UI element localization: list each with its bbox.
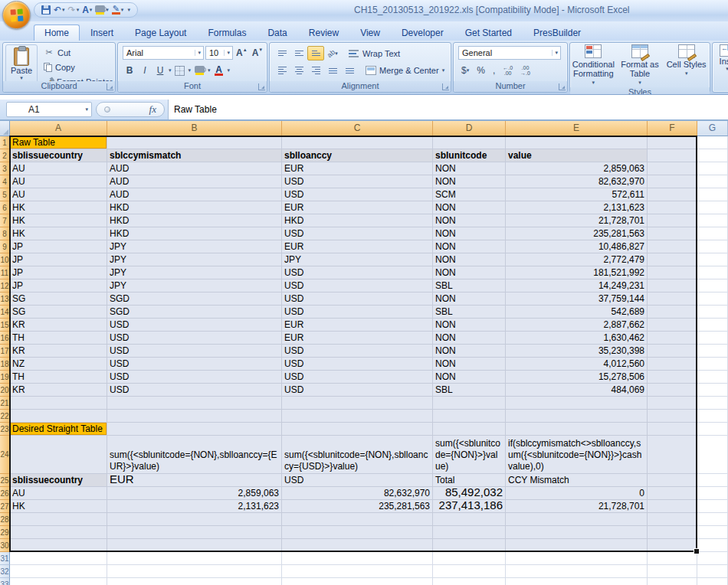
cell-A3[interactable]: AU xyxy=(10,162,107,175)
decrease-indent-button[interactable] xyxy=(324,64,341,78)
cell-B20[interactable]: USD xyxy=(107,384,282,397)
cell-C3[interactable]: EUR xyxy=(282,162,433,175)
tab-review[interactable]: Review xyxy=(298,25,349,41)
cell-D18[interactable]: NON xyxy=(433,358,506,371)
cell-G25[interactable] xyxy=(697,474,728,487)
cell-G17[interactable] xyxy=(697,345,728,358)
cell-D31[interactable] xyxy=(433,552,506,565)
cell-B2[interactable]: sblccymismatch xyxy=(107,149,282,162)
tab-presbuilder[interactable]: PresBuilder xyxy=(523,25,592,41)
cell-D3[interactable]: NON xyxy=(433,162,506,175)
cell-F29[interactable] xyxy=(648,526,697,539)
cell-C32[interactable] xyxy=(282,565,433,578)
cell-D7[interactable]: NON xyxy=(433,214,506,227)
cell-E21[interactable] xyxy=(506,397,648,410)
cell-E25[interactable]: CCY Mismatch xyxy=(506,474,648,487)
cell-C21[interactable] xyxy=(282,397,433,410)
cell-C33[interactable] xyxy=(282,578,433,585)
tab-formulas[interactable]: Formulas xyxy=(197,25,257,41)
column-header-G[interactable]: G xyxy=(697,121,728,136)
cell-B23[interactable] xyxy=(107,423,282,436)
row-header-14[interactable]: 14 xyxy=(0,306,10,319)
number-dialog-launcher[interactable] xyxy=(559,83,566,90)
cell-E5[interactable]: 572,611 xyxy=(506,188,648,201)
cell-D21[interactable] xyxy=(433,397,506,410)
cell-G4[interactable] xyxy=(697,175,728,188)
underline-dropdown-icon[interactable]: ▾ xyxy=(169,67,172,74)
cell-B27[interactable]: 2,131,623 xyxy=(107,500,282,513)
cell-G11[interactable] xyxy=(697,266,728,279)
cell-G31[interactable] xyxy=(697,552,728,565)
cell-G14[interactable] xyxy=(697,306,728,319)
cell-E28[interactable] xyxy=(506,513,648,526)
cell-C30[interactable] xyxy=(282,539,433,552)
cell-E2[interactable]: value xyxy=(506,149,648,162)
office-button[interactable] xyxy=(2,1,31,29)
cell-D24[interactable]: sum({<sblunitcode={NON}>}value) xyxy=(433,436,506,474)
cell-B13[interactable]: SGD xyxy=(107,292,282,306)
cell-G21[interactable] xyxy=(697,397,728,410)
cell-A32[interactable] xyxy=(10,565,107,578)
cell-C6[interactable]: EUR xyxy=(282,201,433,214)
cell-E22[interactable] xyxy=(506,410,648,423)
cell-F18[interactable] xyxy=(648,358,697,371)
paste-dropdown-icon[interactable]: ▾ xyxy=(20,75,23,81)
cell-F28[interactable] xyxy=(648,513,697,526)
cell-A23[interactable]: Desired Straight Table xyxy=(10,423,107,436)
cell-A29[interactable] xyxy=(10,526,107,539)
bottom-align-button[interactable] xyxy=(307,46,324,60)
cell-A9[interactable]: JP xyxy=(10,240,107,253)
cell-B17[interactable]: USD xyxy=(107,345,282,358)
cell-F17[interactable] xyxy=(648,345,697,358)
name-box-dropdown-icon[interactable]: ▾ xyxy=(82,106,91,113)
cell-E4[interactable]: 82,632,970 xyxy=(506,175,648,188)
cell-A30[interactable] xyxy=(10,539,107,552)
cell-D26[interactable]: 85,492,032 xyxy=(433,487,506,500)
cell-A22[interactable] xyxy=(10,410,107,423)
tab-developer[interactable]: Developer xyxy=(391,25,454,41)
cell-F14[interactable] xyxy=(648,306,697,319)
cell-D22[interactable] xyxy=(433,410,506,423)
cell-F30[interactable] xyxy=(648,539,697,552)
cell-E26[interactable]: 0 xyxy=(506,487,648,500)
cell-A8[interactable]: HK xyxy=(10,227,107,240)
row-header-1[interactable]: 1 xyxy=(0,136,10,149)
row-header-5[interactable]: 5 xyxy=(0,188,10,201)
cell-C12[interactable]: USD xyxy=(282,279,433,292)
cell-D16[interactable]: NON xyxy=(433,332,506,345)
row-header-30[interactable]: 30 xyxy=(0,539,10,552)
cell-F6[interactable] xyxy=(648,201,697,214)
tab-insert[interactable]: Insert xyxy=(80,25,124,41)
row-header-27[interactable]: 27 xyxy=(0,500,10,513)
cell-F1[interactable] xyxy=(648,136,697,149)
cell-A16[interactable]: TH xyxy=(10,332,107,345)
cell-E12[interactable]: 14,249,231 xyxy=(506,279,648,292)
cell-C18[interactable]: USD xyxy=(282,358,433,371)
name-box[interactable]: A1▾ xyxy=(6,102,92,117)
cell-A28[interactable] xyxy=(10,513,107,526)
alignment-dialog-launcher[interactable] xyxy=(442,83,449,90)
cell-C7[interactable]: HKD xyxy=(282,214,433,227)
cell-E24[interactable]: if(sblccymismatch<>sblloanccy,sum({<sblu… xyxy=(506,436,648,474)
cell-G5[interactable] xyxy=(697,188,728,201)
cell-G20[interactable] xyxy=(697,384,728,397)
formula-input[interactable]: Raw Table xyxy=(168,100,728,119)
cell-B22[interactable] xyxy=(107,410,282,423)
font-button[interactable]: A▾ xyxy=(81,4,93,16)
bold-button[interactable]: B xyxy=(123,64,136,77)
cell-F24[interactable] xyxy=(648,436,697,474)
cell-F2[interactable] xyxy=(648,149,697,162)
cell-E16[interactable]: 1,630,462 xyxy=(506,332,648,345)
select-all-corner[interactable] xyxy=(0,121,10,136)
cell-E1[interactable] xyxy=(506,136,648,149)
cell-F12[interactable] xyxy=(648,279,697,292)
merge-center-button[interactable]: Merge & Center▾ xyxy=(366,66,444,75)
fill-color-button[interactable]: ▾ xyxy=(94,4,110,16)
cell-G24[interactable] xyxy=(697,436,728,474)
insert-function-icon[interactable]: fx xyxy=(149,103,156,116)
cell-F21[interactable] xyxy=(648,397,697,410)
cell-C23[interactable] xyxy=(282,423,433,436)
row-header-26[interactable]: 26 xyxy=(0,487,10,500)
cell-D10[interactable]: NON xyxy=(433,253,506,266)
cell-styles-button[interactable]: Cell Styles▾ xyxy=(664,44,709,87)
